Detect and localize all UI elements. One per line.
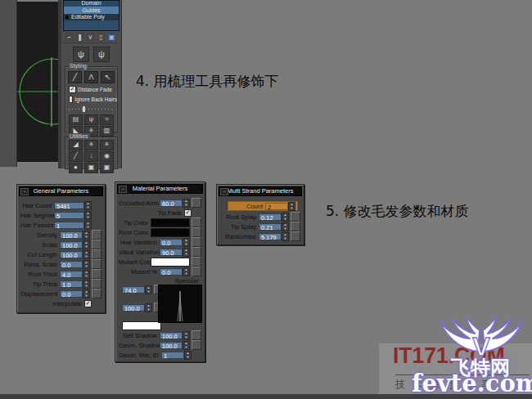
map-button[interactable]: [192, 217, 201, 227]
map-button[interactable]: [92, 230, 101, 240]
spinner-arrows[interactable]: ▲▼: [282, 222, 289, 231]
value-field[interactable]: 0.0: [60, 290, 83, 298]
spinner-arrows[interactable]: ▲▼: [84, 201, 92, 210]
value-field[interactable]: 100.0: [122, 304, 145, 312]
value-field[interactable]: 5481: [54, 202, 84, 209]
spinner-arrows[interactable]: ▲▼: [84, 221, 92, 230]
spinner-down-icon[interactable]: ▼: [291, 206, 294, 210]
make-unique-icon[interactable]: ∨: [86, 33, 95, 42]
map-button[interactable]: [192, 340, 201, 350]
spinner-down-icon[interactable]: ▼: [147, 289, 151, 294]
spinner-down-icon[interactable]: ▼: [87, 225, 90, 229]
value-field[interactable]: 90.0: [160, 249, 183, 256]
map-button[interactable]: [92, 269, 101, 279]
map-button[interactable]: [192, 198, 201, 208]
map-button[interactable]: [92, 279, 101, 289]
spinner-arrows[interactable]: ▲▼: [83, 270, 90, 279]
spinner-arrows[interactable]: ▲▼: [184, 351, 192, 360]
spinner-down-icon[interactable]: ▼: [87, 205, 90, 209]
select-arrow-icon[interactable]: ↖: [101, 71, 115, 83]
spinner-down-icon[interactable]: ▼: [85, 284, 88, 288]
map-button[interactable]: [192, 257, 201, 267]
distance-fade-slider[interactable]: [69, 106, 114, 112]
color-swatch[interactable]: [122, 321, 161, 330]
value-field[interactable]: 5.179: [259, 233, 282, 240]
spinner-down-icon[interactable]: ▼: [284, 226, 287, 231]
map-button[interactable]: [291, 212, 300, 222]
collapse-button[interactable]: -: [220, 188, 228, 195]
stack-item-domain[interactable]: Domain: [64, 1, 119, 7]
spinner-arrows[interactable]: ▲▼: [83, 289, 90, 298]
color-swatch[interactable]: [151, 228, 190, 237]
map-button[interactable]: [192, 330, 201, 340]
spinner-arrows[interactable]: ▲▼: [282, 213, 289, 222]
curl-icon[interactable]: ≈: [100, 114, 114, 125]
spinner-down-icon[interactable]: ▼: [85, 235, 88, 239]
lock-icon[interactable]: ▣: [84, 163, 98, 173]
spinner-down-icon[interactable]: ▼: [284, 236, 287, 240]
param-checkbox[interactable]: ✓: [184, 209, 192, 217]
spinner-down-icon[interactable]: ▼: [187, 355, 190, 359]
spinner-arrows[interactable]: ▲▼: [282, 232, 289, 241]
value-field[interactable]: 100.0: [60, 231, 83, 239]
remove-modifier-icon[interactable]: ▯: [97, 33, 106, 42]
map-button[interactable]: [92, 249, 101, 259]
spinner-arrows[interactable]: ▲▼: [183, 248, 190, 257]
value-field[interactable]: 0.0: [160, 239, 183, 246]
spinner-down-icon[interactable]: ▼: [185, 271, 188, 276]
spinner-arrows[interactable]: ▲▼: [183, 341, 190, 350]
map-button[interactable]: [291, 231, 300, 241]
value-field[interactable]: 2: [265, 203, 288, 210]
value-field[interactable]: 0.0: [160, 268, 183, 276]
comb-icon[interactable]: ▤: [69, 114, 83, 125]
sphere-icon[interactable]: ●: [69, 163, 83, 173]
spinner-down-icon[interactable]: ▼: [147, 307, 151, 312]
panel-title-bar[interactable]: - General Parameters: [19, 186, 103, 196]
value-field[interactable]: 74.0: [122, 286, 145, 294]
value-field[interactable]: 100.0: [160, 342, 183, 349]
spinner-arrows[interactable]: ▲▼: [83, 280, 90, 289]
map-button[interactable]: [92, 289, 101, 298]
spinner-arrows[interactable]: ▲▼: [83, 250, 90, 259]
spinner-down-icon[interactable]: ▼: [284, 217, 287, 221]
value-field[interactable]: 0.12: [259, 213, 282, 221]
value-field[interactable]: 0.0: [60, 261, 83, 268]
spinner-down-icon[interactable]: ▼: [85, 244, 88, 249]
value-field[interactable]: 1: [54, 222, 84, 229]
spinner-down-icon[interactable]: ▼: [85, 254, 88, 258]
hair-brush-icon[interactable]: ╱: [68, 71, 82, 83]
color-swatch[interactable]: [151, 218, 190, 227]
map-button[interactable]: [92, 240, 101, 249]
spinner-down-icon[interactable]: ▼: [85, 294, 88, 298]
map-button[interactable]: [92, 259, 101, 269]
value-field[interactable]: 100.0: [60, 251, 83, 258]
color-swatch[interactable]: [151, 258, 190, 267]
spinner-down-icon[interactable]: ▼: [85, 274, 88, 278]
value-field[interactable]: 1.0: [60, 280, 83, 288]
value-field[interactable]: 4.0: [60, 271, 83, 278]
map-button[interactable]: [291, 222, 300, 231]
slider-handle[interactable]: [83, 106, 85, 112]
value-field[interactable]: 60.0: [160, 200, 183, 207]
spinner-arrows[interactable]: ▲▼: [183, 331, 190, 340]
map-button[interactable]: [192, 247, 201, 257]
spinner-down-icon[interactable]: ▼: [185, 252, 188, 256]
stack-item-editable-poly[interactable]: Editable Poly: [64, 14, 119, 20]
value-field[interactable]: 0.21: [259, 223, 282, 231]
spinner-arrows[interactable]: ▲▼: [145, 285, 152, 294]
hair-stand-icon[interactable]: Λ: [84, 71, 98, 83]
gear-a-icon[interactable]: ✳: [84, 140, 98, 150]
stack-item-guides[interactable]: Guides: [64, 7, 119, 14]
configure-modifier-sets-icon[interactable]: ▣: [107, 33, 116, 42]
load-icon[interactable]: ↓: [84, 151, 98, 162]
map-button[interactable]: [192, 267, 201, 276]
spinner-down-icon[interactable]: ▼: [87, 215, 90, 219]
spinner-down-icon[interactable]: ▼: [185, 203, 188, 207]
unlock-icon[interactable]: ▣: [100, 163, 114, 173]
map-button[interactable]: [192, 237, 201, 247]
spinner-arrows[interactable]: ▲▼: [83, 231, 90, 240]
collapse-button[interactable]: -: [20, 188, 29, 195]
checkbox[interactable]: ✓: [69, 86, 76, 93]
style-hair-icon[interactable]: ψ: [73, 47, 89, 62]
spinner-arrows[interactable]: ▲▼: [145, 303, 152, 312]
